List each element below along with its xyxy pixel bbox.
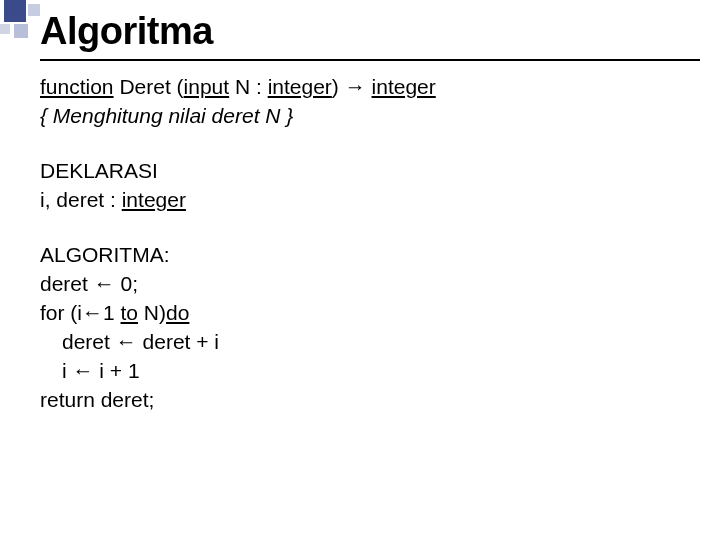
kw-function: function [40,75,114,98]
vars-type: integer [122,188,186,211]
function-signature: function Deret (input N : integer) → int… [40,73,700,102]
function-comment: { Menghitung nilai deret N } [40,102,700,131]
alg-line-5: return deret; [40,386,700,415]
alg-line-4: i ← i + 1 [40,357,700,386]
alg-line-3: deret ← deret + i [40,328,700,357]
type-integer-1: integer [268,75,332,98]
deklarasi-heading: DEKLARASI [40,157,700,186]
alg-line-1: deret ← 0; [40,270,700,299]
alg-l2-a: for (i←1 [40,301,121,324]
vars-names: i, deret : [40,188,122,211]
slide-title: Algoritma [40,10,700,53]
kw-to: to [121,301,139,324]
deklarasi-vars: i, deret : integer [40,186,700,215]
slide-content: Algoritma function Deret (input N : inte… [40,10,700,415]
function-signature-block: function Deret (input N : integer) → int… [40,73,700,131]
algoritma-block: ALGORITMA: deret ← 0; for (i←1 to N)do d… [40,241,700,415]
algoritma-heading: ALGORITMA: [40,241,700,270]
body-text: function Deret (input N : integer) → int… [40,73,700,415]
type-integer-2: integer [372,75,436,98]
kw-do: do [166,301,189,324]
deklarasi-block: DEKLARASI i, deret : integer [40,157,700,215]
fn-name: Deret ( [114,75,184,98]
fn-param: N : [229,75,268,98]
fn-close: ) → [332,75,372,98]
kw-input: input [184,75,230,98]
alg-l2-b: N) [138,301,166,324]
alg-line-2: for (i←1 to N)do [40,299,700,328]
title-rule [40,59,700,61]
